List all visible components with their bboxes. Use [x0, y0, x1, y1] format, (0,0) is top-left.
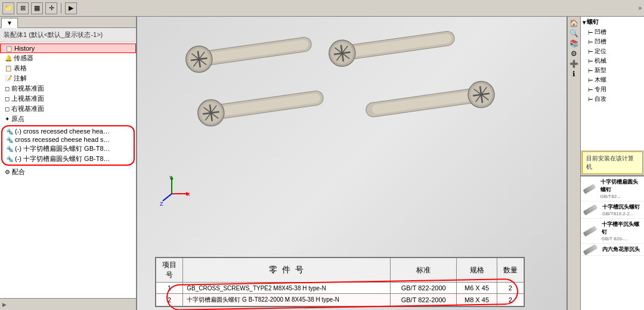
right-tree-label-0: 螺钉	[587, 18, 599, 26]
part-label-3: 内六角花形沉头	[602, 246, 640, 253]
top-plane-icon: ◻	[5, 95, 10, 102]
tree-item-history[interactable]: 📋 History	[0, 44, 136, 53]
part-label-2: 十字槽半沉头螺钉	[602, 221, 642, 236]
mating-icon: ⚙	[5, 169, 10, 175]
sensors-label: 传感器	[14, 54, 33, 63]
tree-item-screw4[interactable]: 🔩 (-) 十字切槽扁圆头螺钉 GB-T822-2000 M8X4	[2, 154, 134, 164]
bom-cell-item-2: 2	[156, 294, 183, 306]
feature-tree-panel: ▼ 装配体1 (默认<默认_显示状态-1>) 📋 History 🔔 传感器	[0, 17, 137, 310]
3d-viewport[interactable]: 项目号 零 件 号 标准 规格 数量 1 GB_CROSS_SCREWS_TYP…	[137, 17, 566, 310]
tree-item-screw1[interactable]: 🔩 (-) cross recessed cheese head screws …	[2, 127, 134, 135]
screw2-icon: 🔩	[6, 137, 13, 143]
right-tree-root: ▾ 螺钉	[581, 17, 644, 27]
screw4-label: (-) 十字切槽扁圆头螺钉 GB-T822-2000 M8X4	[15, 154, 110, 163]
origin-label: 原点	[11, 114, 24, 123]
bom-row-1: 1 GB_CROSS_SCREWS_TYPE2 M8X45-38 H type-…	[156, 283, 524, 294]
bom-cell-std-2: GB/T 822-2000	[391, 294, 457, 306]
right-tree-label-2: 凹槽	[595, 38, 606, 46]
screw4-icon: 🔩	[6, 156, 13, 162]
toolbar-icon-arrow[interactable]: ▶	[65, 2, 77, 14]
right-tree-item-1[interactable]: ⊢凹槽	[581, 27, 644, 37]
bom-cell-partnum-1: GB_CROSS_SCREWS_TYPE2 M8X45-38 H type-N	[183, 283, 391, 294]
toolbar-icon-grid[interactable]: ⊞	[17, 2, 29, 14]
bom-cell-spec-1: M6 X 45	[457, 283, 497, 294]
tree-item-screw3[interactable]: 🔩 (-) 十字切槽扁圆头螺钉 GB-T822-2000 M8X4	[2, 144, 134, 154]
bom-row-2: 2 十字切槽扁圆头螺钉 G B-T822-2000 M 8X45-38 H ty…	[156, 294, 524, 306]
part-item-1[interactable]: 十字槽沉头螺钉 GB/T819.2-2...	[581, 202, 644, 219]
right-icon-info[interactable]: ℹ	[572, 70, 575, 78]
bom-header-item: 项目号	[156, 258, 183, 283]
left-panel-tabs[interactable]: ▼	[0, 17, 136, 28]
origin-icon: ✦	[5, 116, 10, 122]
right-tree-item-6[interactable]: ⊢木螺	[581, 75, 644, 85]
right-notification: 目前安装在该计算机	[582, 151, 643, 174]
bom-header-partnum: 零 件 号	[183, 258, 391, 283]
screw1-label: (-) cross recessed cheese head screws gb…	[15, 128, 110, 135]
part-label-1: 十字槽沉头螺钉	[602, 203, 640, 211]
right-icon-home[interactable]: 🏠	[569, 19, 578, 27]
right-icon-bookmark[interactable]: 📚	[569, 39, 578, 48]
notes-icon: 📝	[5, 75, 12, 82]
tree-item-origin[interactable]: ✦ 原点	[0, 114, 136, 124]
history-label: History	[14, 45, 35, 52]
main-container: ▼ 装配体1 (默认<默认_显示状态-1>) 📋 History 🔔 传感器	[0, 17, 644, 310]
main-toolbar[interactable]: 📁 ⊞ ▦ ✛ ▶ »	[0, 0, 644, 17]
toolbar-sep-1	[61, 3, 61, 14]
right-tree-item-4[interactable]: ⊢机械	[581, 56, 644, 66]
right-icon-add[interactable]: ➕	[569, 60, 578, 68]
right-tree-label-3: 定位	[595, 47, 606, 55]
toolbar-icon-crosshair[interactable]: ✛	[45, 2, 57, 14]
table-label: 表格	[14, 64, 27, 73]
tree-item-top-plane[interactable]: ◻ 上视基准面	[0, 94, 136, 104]
tree-item-table[interactable]: 📋 表格	[0, 63, 136, 73]
notes-label: 注解	[14, 74, 27, 83]
bom-table: 项目号 零 件 号 标准 规格 数量 1 GB_CROSS_SCREWS_TYP…	[156, 258, 524, 306]
right-tree-item-3[interactable]: ⊢定位	[581, 46, 644, 56]
tree-item-sensors[interactable]: 🔔 传感器	[0, 53, 136, 63]
part-item-0[interactable]: 十字切槽扁圆头螺钉 GB/T82...	[581, 176, 644, 202]
bom-header-qty: 数量	[497, 258, 524, 283]
footer-hint: ▶	[2, 302, 7, 308]
bom-cell-spec-2: M8 X 45	[457, 294, 497, 306]
right-tree-label-4: 机械	[595, 57, 606, 65]
right-icon-search[interactable]: 🔍	[569, 29, 578, 38]
part-item-3[interactable]: 内六角花形沉头	[581, 244, 644, 256]
right-tree-item-5[interactable]: ⊢新型	[581, 66, 644, 75]
tab-feature-tree[interactable]: ▼	[1, 18, 18, 28]
part-label-0: 十字切槽扁圆头螺钉	[600, 178, 642, 194]
screws-svg	[167, 26, 513, 169]
part-icon-0	[583, 184, 596, 194]
right-tree-item-2[interactable]: ⊢凹槽	[581, 37, 644, 46]
right-tree-label-7: 专用	[595, 85, 606, 94]
tree-item-notes[interactable]: 📝 注解	[0, 73, 136, 83]
tree-item-screw2[interactable]: 🔩 cross recessed cheese head screws gb	[2, 135, 134, 144]
svg-line-36	[163, 194, 172, 201]
tree-item-mating[interactable]: ⚙ 配合	[0, 167, 136, 177]
part-item-2[interactable]: 十字槽半沉头螺钉 GB/T 820-...	[581, 219, 644, 244]
viewport-panel[interactable]: 项目号 零 件 号 标准 规格 数量 1 GB_CROSS_SCREWS_TYP…	[137, 17, 566, 310]
right-tree-label-8: 自攻	[595, 95, 606, 103]
bom-cell-partnum-2: 十字切槽扁圆头螺钉 G B-T822-2000 M 8X45-38 H type…	[183, 294, 391, 306]
bom-table-container: 项目号 零 件 号 标准 规格 数量 1 GB_CROSS_SCREWS_TYP…	[155, 257, 525, 307]
right-tree-item-8[interactable]: ⊢自攻	[581, 94, 644, 104]
bom-cell-qty-2: 2	[497, 294, 524, 306]
right-main: 🏠 🔍 📚 ⚙ ➕ ℹ ▾ 螺钉 ⊢凹槽	[568, 17, 644, 310]
tree-item-front-plane[interactable]: ◻ 前视基准面	[0, 83, 136, 94]
right-icon-settings[interactable]: ⚙	[571, 49, 577, 58]
right-tree-label-6: 木螺	[595, 76, 606, 84]
tree-item-right-plane[interactable]: ◻ 右视基准面	[0, 104, 136, 114]
plane-icon: ◻	[5, 85, 10, 92]
left-panel-footer: ▶	[0, 298, 136, 310]
circled-screws-group: 🔩 (-) cross recessed cheese head screws …	[1, 125, 135, 166]
right-tree-item-7[interactable]: ⊢专用	[581, 85, 644, 94]
toolbar-icon-folder[interactable]: 📁	[2, 2, 14, 14]
screw3-label: (-) 十字切槽扁圆头螺钉 GB-T822-2000 M8X4	[15, 144, 110, 153]
mating-label: 配合	[12, 168, 25, 176]
part-icon-3	[583, 244, 598, 255]
assembly-title-label: 装配体1 (默认<默认_显示状态-1>)	[4, 31, 103, 38]
right-panel: 🏠 🔍 📚 ⚙ ➕ ℹ ▾ 螺钉 ⊢凹槽	[566, 17, 644, 310]
toolbar-expand: »	[638, 5, 642, 11]
toolbar-icon-layers[interactable]: ▦	[31, 2, 43, 14]
right-tree-label-1: 凹槽	[595, 28, 606, 36]
screw3-icon: 🔩	[6, 145, 13, 152]
